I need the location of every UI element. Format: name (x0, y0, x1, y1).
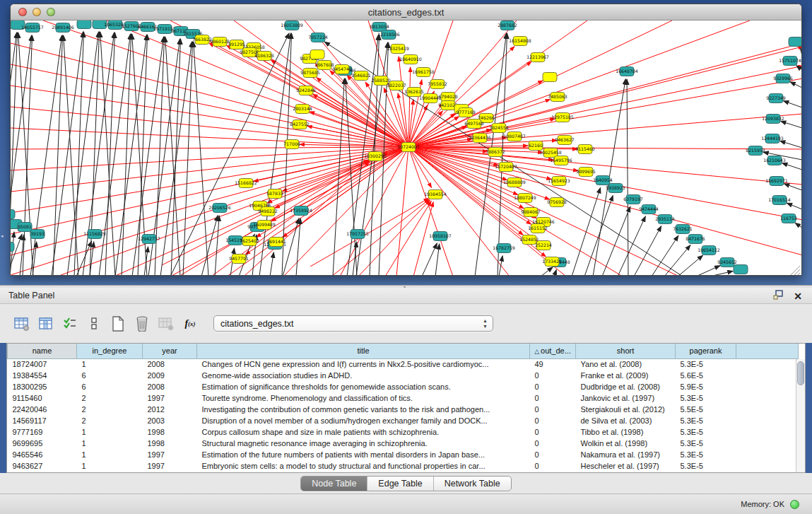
network-node[interactable]: 9463627 (555, 136, 575, 145)
network-node[interactable]: 9756928 (547, 198, 567, 207)
table-settings-icon[interactable] (11, 314, 33, 334)
network-node[interactable]: 12942737 (138, 235, 160, 244)
network-node[interactable]: 2935114 (655, 215, 675, 224)
zoom-window-button[interactable] (47, 8, 55, 16)
column-header-in_degree[interactable]: in_degree (77, 344, 143, 358)
network-node[interactable]: 16961758 (412, 68, 435, 77)
network-node[interactable]: 16210643 (763, 156, 786, 165)
network-node[interactable]: 16648784 (616, 67, 638, 76)
table-vertical-scrollbar[interactable] (796, 359, 805, 472)
table-row[interactable]: 1830029562008Estimation of significance … (8, 381, 799, 392)
network-node[interactable]: 717006 (283, 140, 300, 149)
table-selector-dropdown[interactable]: citations_edges.txt ▲▼ (213, 315, 493, 332)
tab-node-table[interactable]: Node Table (301, 477, 367, 491)
delete-columns-icon[interactable] (155, 314, 177, 334)
attribute-table-grid[interactable]: namein_degreeyeartitle△out_de...shortpag… (7, 344, 799, 472)
network-node[interactable]: 5938923 (606, 184, 625, 193)
network-node[interactable]: 9474444 (639, 205, 659, 214)
network-node[interactable]: 12213967 (526, 53, 549, 62)
network-node[interactable]: 10958107 (429, 232, 452, 241)
network-node[interactable]: 7886372 (486, 148, 505, 157)
function-builder-icon[interactable]: f(x) (180, 314, 201, 334)
network-node[interactable]: 15166822 (235, 179, 257, 188)
table-row[interactable]: 2242004622012Investigating the contribut… (8, 404, 799, 415)
table-row[interactable]: 969969511998Structural magnetic resonanc… (8, 438, 799, 449)
network-node[interactable]: 15495796 (550, 156, 572, 165)
tab-edge-table[interactable]: Edge Table (367, 477, 433, 491)
new-table-icon[interactable] (107, 314, 129, 334)
left-split-handle[interactable]: ◂ (1, 233, 4, 239)
network-node[interactable]: 9899695 (576, 168, 596, 177)
network-node[interactable]: 8471676 (686, 235, 705, 244)
network-node[interactable]: 116753 (780, 214, 797, 223)
network-node[interactable]: 12444193 (761, 134, 784, 144)
network-node[interactable]: 587833 (266, 189, 283, 199)
network-node[interactable]: 10688809 (503, 178, 526, 187)
network-node[interactable]: 9329966 (773, 74, 793, 83)
network-node[interactable]: 15720407 (495, 163, 517, 172)
network-node[interactable]: 2803144 (293, 105, 312, 114)
network-node[interactable]: 7485063 (548, 93, 567, 102)
network-node[interactable]: 15751074 (779, 57, 801, 66)
network-node[interactable]: 7625402 (240, 237, 259, 246)
network-node[interactable]: 5822037 (387, 81, 406, 90)
tab-network-table[interactable]: Network Table (433, 477, 511, 491)
network-node[interactable]: 39193 (30, 230, 45, 239)
column-header-pagerank[interactable]: pagerank (676, 344, 736, 358)
network-node[interactable]: 12093832 (762, 115, 784, 124)
network-node[interactable]: 20364436 (469, 134, 491, 143)
network-node[interactable]: 16053809 (281, 21, 303, 30)
network-node[interactable]: 1615152 (528, 224, 548, 233)
table-row[interactable]: 1456911722003Disruption of a novel membe… (8, 415, 799, 426)
network-node[interactable]: 8427552 (290, 120, 310, 129)
network-node[interactable]: 3824554 (489, 124, 509, 133)
network-node[interactable]: 11156829 (83, 230, 106, 239)
network-node[interactable]: 7955812 (428, 80, 447, 89)
table-columns-icon[interactable] (35, 314, 57, 334)
network-node[interactable] (11, 243, 14, 252)
network-node[interactable]: 9227349 (766, 94, 786, 103)
table-row[interactable]: 1938455462009Genome-wide association stu… (8, 370, 799, 381)
column-header-short[interactable]: short (576, 344, 676, 358)
network-node[interactable]: 62160 (529, 141, 543, 151)
scrollbar-thumb[interactable] (797, 361, 804, 385)
network-node[interactable]: 15692971 (765, 177, 788, 186)
network-node[interactable] (310, 50, 324, 59)
column-header-year[interactable]: year (143, 344, 197, 358)
network-node[interactable]: 16782759 (493, 244, 515, 253)
network-node[interactable]: 10654112 (698, 246, 720, 255)
network-node[interactable]: 6379197 (623, 195, 643, 204)
network-node[interactable]: 9860128 (210, 37, 230, 47)
network-node[interactable]: 6794028 (438, 93, 458, 102)
row-height-icon[interactable] (83, 314, 105, 334)
network-node[interactable]: 10807487 (503, 132, 526, 141)
network-node[interactable]: 12975185 (551, 113, 574, 122)
network-node[interactable]: 17957255 (346, 230, 369, 239)
network-node[interactable]: 6497568 (464, 119, 484, 129)
network-node[interactable]: 1733426 (542, 257, 562, 267)
network-window-titlebar[interactable]: citations_edges.txt (11, 4, 801, 21)
minimize-window-button[interactable] (33, 8, 41, 16)
network-node[interactable]: 9242848 (296, 86, 316, 95)
network-node[interactable]: 9884067 (521, 208, 541, 217)
network-node[interactable]: 17359924 (290, 206, 312, 216)
delete-table-icon[interactable] (131, 314, 153, 334)
network-node[interactable]: 7857224 (308, 33, 328, 42)
table-row[interactable]: 946362711997Embryonic stem cells: a mode… (8, 460, 799, 472)
canvas-resize-grip[interactable] (791, 266, 800, 275)
network-node[interactable]: 18300295 (364, 152, 387, 161)
network-node[interactable]: 9546821 (351, 71, 371, 81)
table-row[interactable]: 977716911998Corpus callosum shape and si… (8, 426, 799, 438)
network-node[interactable]: 2867608 (314, 61, 334, 70)
network-node[interactable]: 14055717 (21, 23, 44, 33)
network-canvas[interactable]: 1405571720891406106532871527602646616110… (11, 21, 801, 275)
network-node[interactable]: 8186328 (254, 52, 274, 61)
table-row[interactable]: 911546021997Tourette syndrome. Phenomeno… (8, 392, 799, 404)
network-node[interactable]: 19384554 (424, 190, 447, 199)
network-node[interactable]: 1691441 (266, 238, 286, 247)
close-window-button[interactable] (18, 8, 27, 16)
network-node[interactable]: 7663822 (192, 35, 212, 45)
network-node[interactable]: 9875685 (300, 69, 320, 78)
network-node[interactable] (11, 210, 15, 219)
network-node[interactable]: 252214 (535, 241, 552, 250)
